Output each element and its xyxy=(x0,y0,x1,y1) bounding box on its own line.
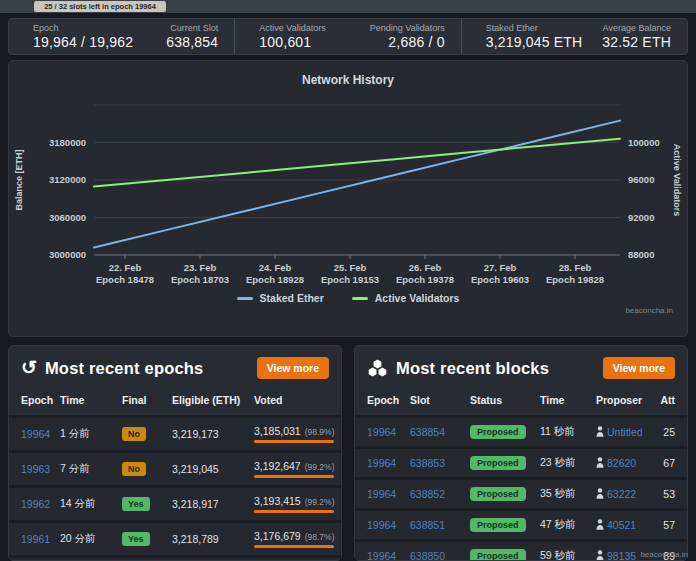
block-row: 19964 638854 Proposed 11 秒前 Untitled xyxy=(355,417,687,448)
blocks-col-status: Status xyxy=(467,388,537,417)
epoch-time: 1 分前 xyxy=(57,417,119,452)
blocks-view-more-button[interactable]: View more xyxy=(603,357,675,379)
block-att: 57 xyxy=(655,510,687,541)
voted-percent: (99.2%) xyxy=(305,497,335,507)
block-time: 59 秒前 xyxy=(537,541,593,561)
block-slot-link[interactable]: 638851 xyxy=(410,519,445,531)
epoch-row: 19964 1 分前 No 3,219,173 3,185,031(98.9%) xyxy=(9,417,341,452)
svg-text:Epoch 19378: Epoch 19378 xyxy=(396,274,454,285)
voted-percent: (98.7%) xyxy=(305,532,335,542)
person-icon xyxy=(596,519,604,532)
chart-watermark[interactable]: beaconcha.in xyxy=(625,306,673,315)
epoch-link[interactable]: 19963 xyxy=(21,463,50,475)
block-slot-link[interactable]: 638854 xyxy=(410,426,445,438)
block-time: 11 秒前 xyxy=(537,417,593,448)
voted-amount: 3,185,031 xyxy=(254,425,301,437)
final-badge: Yes xyxy=(122,532,150,546)
svg-text:25. Feb: 25. Feb xyxy=(334,262,367,273)
svg-text:Active Validators: Active Validators xyxy=(672,144,682,217)
proposer-link[interactable]: 82620 xyxy=(607,457,636,469)
block-slot-link[interactable]: 638853 xyxy=(410,457,445,469)
epochs-panel-header: ↺ Most recent epochs View more xyxy=(9,346,341,388)
epoch-row: 19960 26 分前 Yes 3,218,661 3,190,663(99.1… xyxy=(9,557,341,561)
person-icon xyxy=(596,488,604,501)
status-badge: Proposed xyxy=(470,425,526,439)
status-badge: Proposed xyxy=(470,487,526,501)
svg-text:22. Feb: 22. Feb xyxy=(109,262,142,273)
block-slot-link[interactable]: 638850 xyxy=(410,550,445,561)
legend-item-staked-ether[interactable]: Staked Ether xyxy=(237,292,324,304)
voted-amount: 3,176,679 xyxy=(254,530,301,542)
voted-amount: 3,193,415 xyxy=(254,495,301,507)
page-watermark[interactable]: beaconcha.in xyxy=(640,550,688,559)
svg-text:Balance [ETH]: Balance [ETH] xyxy=(14,149,24,210)
block-epoch-link[interactable]: 19964 xyxy=(367,519,396,531)
most-recent-epochs-panel: ↺ Most recent epochs View more Epoch Tim… xyxy=(8,345,342,561)
epoch-link[interactable]: 19962 xyxy=(21,498,50,510)
stat-average-balance-label: Average Balance xyxy=(602,23,671,34)
block-time: 23 秒前 xyxy=(537,448,593,479)
staked-ether-swatch-icon xyxy=(237,297,253,300)
epoch-link[interactable]: 19961 xyxy=(21,533,50,545)
stat-epoch: Epoch 19,964 / 19,962 xyxy=(33,23,133,50)
block-slot-link[interactable]: 638852 xyxy=(410,488,445,500)
epoch-time: 7 分前 xyxy=(57,452,119,487)
block-row: 19964 638851 Proposed 47 秒前 40521 xyxy=(355,510,687,541)
legend-item-active-validators[interactable]: Active Validators xyxy=(352,292,460,304)
stat-staked-ether-label: Staked Ether xyxy=(486,23,583,34)
block-epoch-link[interactable]: 19964 xyxy=(367,457,396,469)
svg-text:3000000: 3000000 xyxy=(49,249,86,260)
proposer-link[interactable]: 98135 xyxy=(607,550,636,561)
svg-text:3180000: 3180000 xyxy=(49,137,86,148)
stat-staked-ether: Staked Ether 3,219,045 ETH xyxy=(486,23,583,50)
network-history-chart: 3000000306000031200003180000880009200096… xyxy=(10,93,686,289)
block-att: 25 xyxy=(655,417,687,448)
svg-text:26. Feb: 26. Feb xyxy=(409,262,442,273)
proposer-link[interactable]: 63222 xyxy=(607,488,636,500)
panels-row: ↺ Most recent epochs View more Epoch Tim… xyxy=(8,345,688,561)
block-att: 53 xyxy=(655,479,687,510)
blocks-header-row: Epoch Slot Status Time Proposer Att xyxy=(355,388,687,417)
blocks-col-proposer: Proposer xyxy=(593,388,655,417)
network-stats-bar: Epoch 19,964 / 19,962 Current Slot 638,8… xyxy=(8,18,688,55)
stat-average-balance-value: 32.52 ETH xyxy=(602,34,671,50)
voted-progress-bar xyxy=(254,475,334,478)
stat-current-slot-label: Current Slot xyxy=(166,23,218,34)
svg-text:Epoch 19603: Epoch 19603 xyxy=(471,274,529,285)
stat-active-validators: Active Validators 100,601 xyxy=(259,23,325,50)
blocks-col-epoch: Epoch xyxy=(355,388,407,417)
svg-text:24. Feb: 24. Feb xyxy=(259,262,292,273)
blocks-panel-header: Most recent blocks View more xyxy=(355,346,687,388)
stat-active-validators-value: 100,601 xyxy=(259,34,325,50)
network-history-card: Network History 300000030600003120000318… xyxy=(8,60,688,337)
stat-epoch-value: 19,964 / 19,962 xyxy=(33,34,133,50)
epoch-voted: 3,176,679(98.7%) xyxy=(251,522,341,557)
stat-pending-validators: Pending Validators 2,686 / 0 xyxy=(370,23,445,50)
svg-text:3120000: 3120000 xyxy=(49,174,86,185)
epoch-row: 19962 14 分前 Yes 3,218,917 3,193,415(99.2… xyxy=(9,487,341,522)
most-recent-blocks-panel: Most recent blocks View more Epoch Slot … xyxy=(354,345,688,561)
slot-progress-fill: 25 / 32 slots left in epoch 19964 xyxy=(34,1,166,12)
proposer-link[interactable]: 40521 xyxy=(607,519,636,531)
block-epoch-link[interactable]: 19964 xyxy=(367,488,396,500)
epoch-link[interactable]: 19964 xyxy=(21,428,50,440)
epochs-view-more-button[interactable]: View more xyxy=(257,357,329,379)
epoch-voted: 3,185,031(98.9%) xyxy=(251,417,341,452)
block-epoch-link[interactable]: 19964 xyxy=(367,426,396,438)
history-icon: ↺ xyxy=(21,359,37,377)
block-row: 19964 638852 Proposed 35 秒前 63222 xyxy=(355,479,687,510)
stat-average-balance: Average Balance 32.52 ETH xyxy=(602,23,671,50)
voted-amount: 3,192,647 xyxy=(254,460,301,472)
final-badge: No xyxy=(122,462,146,476)
block-epoch-link[interactable]: 19964 xyxy=(367,550,396,561)
person-icon xyxy=(596,550,604,561)
stat-pending-validators-label: Pending Validators xyxy=(370,23,445,34)
chart-legend: Staked Ether Active Validators xyxy=(9,292,687,304)
svg-text:Epoch 18703: Epoch 18703 xyxy=(171,274,229,285)
epoch-time: 26 分前 xyxy=(57,557,119,561)
epoch-eligible: 3,218,917 xyxy=(169,487,251,522)
proposer-link[interactable]: Untitled xyxy=(607,426,643,438)
blocks-col-time: Time xyxy=(537,388,593,417)
epochs-table: Epoch Time Final Eligible (ETH) Voted 19… xyxy=(9,388,341,561)
chart-title: Network History xyxy=(9,73,687,87)
